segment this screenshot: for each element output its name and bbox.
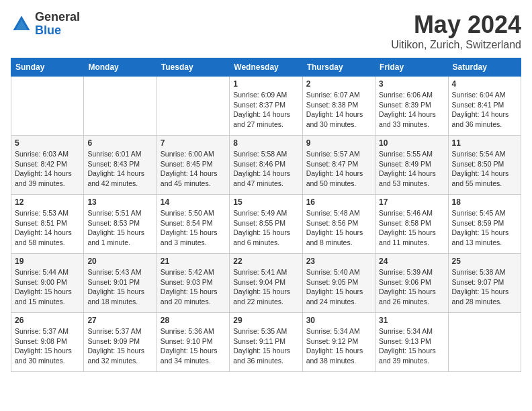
calendar-cell [157, 77, 229, 136]
col-header-monday: Monday [84, 58, 157, 77]
calendar-cell: 21Sunrise: 5:42 AM Sunset: 9:03 PM Dayli… [157, 254, 229, 313]
day-number: 26 [15, 316, 80, 325]
day-number: 4 [452, 79, 517, 89]
calendar-cell: 31Sunrise: 5:34 AM Sunset: 9:13 PM Dayli… [375, 313, 448, 372]
day-number: 10 [379, 138, 444, 148]
logo-blue: Blue [35, 24, 61, 37]
calendar-cell: 13Sunrise: 5:51 AM Sunset: 8:53 PM Dayli… [84, 195, 157, 254]
title-block: May 2024 Uitikon, Zurich, Switzerland [391, 11, 521, 51]
day-info: Sunrise: 5:37 AM Sunset: 9:08 PM Dayligh… [15, 326, 80, 366]
day-info: Sunrise: 6:07 AM Sunset: 8:38 PM Dayligh… [306, 90, 371, 130]
day-number: 15 [233, 197, 298, 207]
logo: General Blue [11, 11, 80, 38]
day-number: 11 [452, 138, 517, 148]
calendar-cell: 20Sunrise: 5:43 AM Sunset: 9:01 PM Dayli… [84, 254, 157, 313]
day-number: 6 [87, 138, 152, 148]
calendar-cell: 1Sunrise: 6:09 AM Sunset: 8:37 PM Daylig… [230, 77, 302, 136]
calendar-cell: 14Sunrise: 5:50 AM Sunset: 8:54 PM Dayli… [157, 195, 229, 254]
day-number: 12 [15, 197, 80, 207]
day-info: Sunrise: 5:48 AM Sunset: 8:56 PM Dayligh… [306, 208, 371, 248]
day-info: Sunrise: 5:49 AM Sunset: 8:55 PM Dayligh… [233, 208, 298, 248]
col-header-saturday: Saturday [448, 58, 521, 77]
day-number: 30 [306, 316, 371, 325]
calendar-cell: 16Sunrise: 5:48 AM Sunset: 8:56 PM Dayli… [302, 195, 375, 254]
calendar-cell: 27Sunrise: 5:37 AM Sunset: 9:09 PM Dayli… [84, 313, 157, 372]
calendar-body: 1Sunrise: 6:09 AM Sunset: 8:37 PM Daylig… [11, 77, 521, 372]
month-year: May 2024 [391, 11, 521, 39]
day-info: Sunrise: 5:50 AM Sunset: 8:54 PM Dayligh… [161, 208, 226, 248]
calendar-cell: 17Sunrise: 5:46 AM Sunset: 8:58 PM Dayli… [375, 195, 448, 254]
day-number: 7 [161, 138, 226, 148]
day-info: Sunrise: 5:41 AM Sunset: 9:04 PM Dayligh… [233, 267, 298, 307]
day-info: Sunrise: 5:44 AM Sunset: 9:00 PM Dayligh… [15, 267, 80, 307]
day-number: 31 [379, 316, 444, 325]
day-number: 2 [306, 79, 371, 89]
day-info: Sunrise: 5:55 AM Sunset: 8:49 PM Dayligh… [379, 149, 444, 189]
day-number: 19 [15, 257, 80, 266]
day-info: Sunrise: 5:34 AM Sunset: 9:12 PM Dayligh… [306, 326, 371, 366]
col-header-thursday: Thursday [302, 58, 375, 77]
calendar-cell [448, 313, 521, 372]
calendar-cell: 3Sunrise: 6:06 AM Sunset: 8:39 PM Daylig… [375, 77, 448, 136]
calendar-cell: 7Sunrise: 6:00 AM Sunset: 8:45 PM Daylig… [157, 136, 229, 195]
day-info: Sunrise: 5:40 AM Sunset: 9:05 PM Dayligh… [306, 267, 371, 307]
day-number: 25 [452, 257, 517, 266]
day-info: Sunrise: 5:43 AM Sunset: 9:01 PM Dayligh… [87, 267, 152, 307]
calendar-cell: 9Sunrise: 5:57 AM Sunset: 8:47 PM Daylig… [302, 136, 375, 195]
day-info: Sunrise: 5:34 AM Sunset: 9:13 PM Dayligh… [379, 326, 444, 366]
logo-text: General Blue [35, 11, 80, 38]
location: Uitikon, Zurich, Switzerland [391, 39, 521, 51]
day-number: 29 [233, 316, 298, 325]
day-number: 18 [452, 197, 517, 207]
calendar-cell: 8Sunrise: 5:58 AM Sunset: 8:46 PM Daylig… [230, 136, 302, 195]
day-number: 1 [233, 79, 298, 89]
week-row-5: 26Sunrise: 5:37 AM Sunset: 9:08 PM Dayli… [11, 313, 521, 372]
day-info: Sunrise: 5:42 AM Sunset: 9:03 PM Dayligh… [161, 267, 226, 307]
calendar-cell: 25Sunrise: 5:38 AM Sunset: 9:07 PM Dayli… [448, 254, 521, 313]
day-info: Sunrise: 5:39 AM Sunset: 9:06 PM Dayligh… [379, 267, 444, 307]
day-number: 9 [306, 138, 371, 148]
calendar-cell: 2Sunrise: 6:07 AM Sunset: 8:38 PM Daylig… [302, 77, 375, 136]
day-info: Sunrise: 5:38 AM Sunset: 9:07 PM Dayligh… [452, 267, 517, 307]
week-row-2: 5Sunrise: 6:03 AM Sunset: 8:42 PM Daylig… [11, 136, 521, 195]
day-info: Sunrise: 5:36 AM Sunset: 9:10 PM Dayligh… [161, 326, 226, 366]
calendar-cell: 10Sunrise: 5:55 AM Sunset: 8:49 PM Dayli… [375, 136, 448, 195]
calendar-cell: 23Sunrise: 5:40 AM Sunset: 9:05 PM Dayli… [302, 254, 375, 313]
day-number: 21 [161, 257, 226, 266]
col-header-friday: Friday [375, 58, 448, 77]
calendar-cell: 11Sunrise: 5:54 AM Sunset: 8:50 PM Dayli… [448, 136, 521, 195]
calendar-cell: 26Sunrise: 5:37 AM Sunset: 9:08 PM Dayli… [11, 313, 84, 372]
logo-general: General [35, 10, 80, 24]
day-info: Sunrise: 6:03 AM Sunset: 8:42 PM Dayligh… [15, 149, 80, 189]
calendar-cell: 30Sunrise: 5:34 AM Sunset: 9:12 PM Dayli… [302, 313, 375, 372]
calendar-cell [84, 77, 157, 136]
col-header-sunday: Sunday [11, 58, 84, 77]
col-header-wednesday: Wednesday [230, 58, 302, 77]
day-info: Sunrise: 6:06 AM Sunset: 8:39 PM Dayligh… [379, 90, 444, 130]
logo-icon [11, 13, 32, 35]
day-number: 27 [87, 316, 152, 325]
calendar-cell: 4Sunrise: 6:04 AM Sunset: 8:41 PM Daylig… [448, 77, 521, 136]
day-number: 5 [15, 138, 80, 148]
day-info: Sunrise: 5:37 AM Sunset: 9:09 PM Dayligh… [87, 326, 152, 366]
day-number: 14 [161, 197, 226, 207]
day-info: Sunrise: 5:53 AM Sunset: 8:51 PM Dayligh… [15, 208, 80, 248]
calendar-cell: 22Sunrise: 5:41 AM Sunset: 9:04 PM Dayli… [230, 254, 302, 313]
calendar-cell: 18Sunrise: 5:45 AM Sunset: 8:59 PM Dayli… [448, 195, 521, 254]
calendar-cell: 12Sunrise: 5:53 AM Sunset: 8:51 PM Dayli… [11, 195, 84, 254]
day-info: Sunrise: 5:35 AM Sunset: 9:11 PM Dayligh… [233, 326, 298, 366]
day-info: Sunrise: 5:57 AM Sunset: 8:47 PM Dayligh… [306, 149, 371, 189]
day-info: Sunrise: 5:46 AM Sunset: 8:58 PM Dayligh… [379, 208, 444, 248]
calendar-cell [11, 77, 84, 136]
calendar-cell: 24Sunrise: 5:39 AM Sunset: 9:06 PM Dayli… [375, 254, 448, 313]
day-info: Sunrise: 5:58 AM Sunset: 8:46 PM Dayligh… [233, 149, 298, 189]
day-number: 13 [87, 197, 152, 207]
day-info: Sunrise: 6:04 AM Sunset: 8:41 PM Dayligh… [452, 90, 517, 130]
day-number: 20 [87, 257, 152, 266]
day-number: 17 [379, 197, 444, 207]
calendar-cell: 29Sunrise: 5:35 AM Sunset: 9:11 PM Dayli… [230, 313, 302, 372]
day-info: Sunrise: 5:45 AM Sunset: 8:59 PM Dayligh… [452, 208, 517, 248]
day-info: Sunrise: 5:54 AM Sunset: 8:50 PM Dayligh… [452, 149, 517, 189]
week-row-1: 1Sunrise: 6:09 AM Sunset: 8:37 PM Daylig… [11, 77, 521, 136]
calendar-cell: 6Sunrise: 6:01 AM Sunset: 8:43 PM Daylig… [84, 136, 157, 195]
